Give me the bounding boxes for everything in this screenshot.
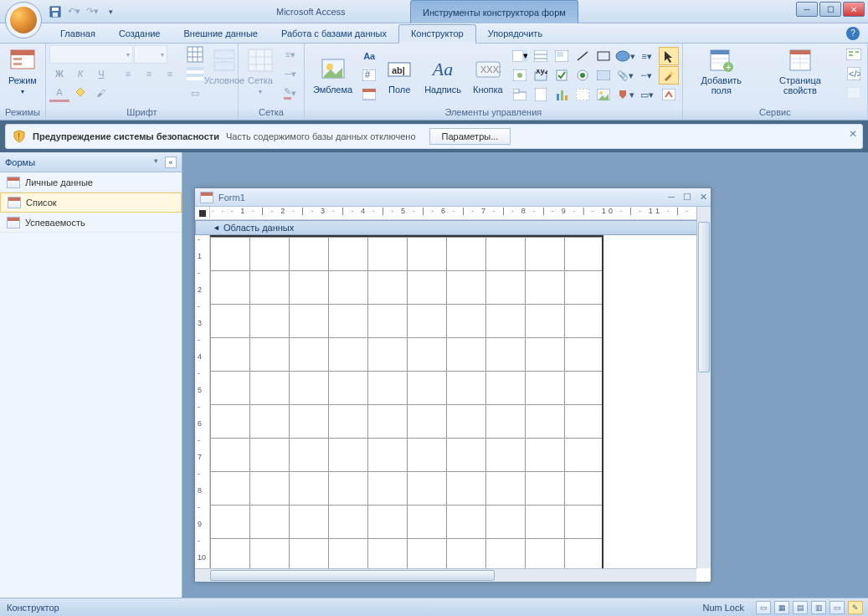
- vertical-ruler[interactable]: -1-2-3-4-5-6-7-8-9-10: [195, 235, 210, 570]
- date-time-icon[interactable]: [359, 85, 379, 104]
- bold-icon[interactable]: Ж: [49, 64, 69, 83]
- form-designer-window: Form1 ─ ☐ ✕ · · · 1 · | · 2 · | · 3 · | …: [194, 187, 711, 583]
- grid-style-icon[interactable]: ─▾: [280, 64, 300, 83]
- rectangle-icon[interactable]: [593, 47, 614, 65]
- line-type-icon[interactable]: ┄▾: [637, 66, 657, 85]
- tab-create[interactable]: Создание: [107, 25, 172, 43]
- italic-icon[interactable]: К: [70, 64, 90, 83]
- grid-button[interactable]: Сетка▾: [242, 45, 279, 99]
- grid-color-icon[interactable]: ✎▾: [280, 84, 300, 102]
- view-datasheet-icon[interactable]: ▦: [774, 601, 789, 614]
- align-left-icon[interactable]: ≡: [118, 64, 138, 83]
- fill-color-icon[interactable]: [70, 84, 90, 102]
- horizontal-ruler[interactable]: · · · 1 · | · 2 · | · 3 · | · 4 · | · 5 …: [210, 207, 711, 220]
- tab-control-icon[interactable]: [510, 85, 530, 104]
- nav-item[interactable]: Успеваемость: [0, 213, 182, 233]
- command-button[interactable]: XXXX Кнопка: [468, 54, 508, 96]
- grid-width-icon[interactable]: ≡▾: [280, 45, 300, 64]
- status-mode: Конструктор: [7, 603, 59, 613]
- detail-section-header[interactable]: ◄Область данных: [195, 220, 711, 235]
- undo-icon[interactable]: ↶▾: [67, 5, 80, 18]
- font-color-icon[interactable]: A: [49, 84, 69, 102]
- option-button-icon[interactable]: [573, 66, 593, 85]
- title-icon[interactable]: Aa: [359, 47, 379, 65]
- security-options-button[interactable]: Параметры...: [429, 128, 511, 145]
- nav-pane-header[interactable]: Формы ▾ «: [0, 152, 182, 172]
- nav-item[interactable]: Личные данные: [0, 172, 182, 192]
- form-close-icon[interactable]: ✕: [700, 192, 707, 203]
- maximize-button[interactable]: ☐: [819, 2, 841, 17]
- special-effect-icon[interactable]: ▭▾: [637, 85, 657, 104]
- attach-icon[interactable]: 📎▾: [615, 66, 635, 85]
- combo-box-icon[interactable]: ▾: [510, 47, 530, 65]
- view-pivotchart-icon[interactable]: ▥: [811, 601, 826, 614]
- font-name-combo[interactable]: ▾: [49, 45, 133, 64]
- format-painter-icon[interactable]: 🖌: [91, 84, 111, 102]
- tab-database-tools[interactable]: Работа с базами данных: [270, 25, 398, 43]
- activex-controls-icon[interactable]: [659, 85, 679, 104]
- nav-collapse-icon[interactable]: «: [165, 157, 177, 168]
- convert-macros-icon[interactable]: [844, 84, 864, 102]
- property-sheet-button[interactable]: Страница свойств: [758, 45, 842, 97]
- horizontal-scrollbar[interactable]: [195, 568, 696, 582]
- insert-page-icon[interactable]: [531, 85, 551, 104]
- alt-row-color-icon[interactable]: [185, 64, 205, 83]
- form-minimize-icon[interactable]: ─: [668, 192, 675, 203]
- office-button[interactable]: [5, 2, 42, 38]
- view-form-icon[interactable]: ▭: [756, 601, 771, 614]
- align-right-icon[interactable]: ≡: [160, 64, 180, 83]
- gridlines-icon[interactable]: [185, 45, 205, 64]
- font-size-combo[interactable]: ▾: [134, 45, 167, 64]
- minimize-button[interactable]: ─: [796, 2, 818, 17]
- checkbox-icon[interactable]: [552, 66, 572, 85]
- line-color-icon[interactable]: ▭: [185, 84, 205, 102]
- view-layout-icon[interactable]: ▭: [829, 601, 845, 614]
- line-icon[interactable]: [573, 47, 593, 65]
- nav-filter-dropdown-icon[interactable]: ▾: [154, 157, 158, 165]
- view-mode-button[interactable]: Режим▾: [3, 45, 42, 99]
- svg-rect-61: [662, 89, 675, 100]
- security-close-icon[interactable]: ✕: [849, 128, 857, 140]
- save-icon[interactable]: [49, 5, 62, 18]
- help-icon[interactable]: ?: [846, 27, 860, 40]
- page-numbers-icon[interactable]: #: [359, 66, 379, 85]
- chart-icon[interactable]: [552, 85, 572, 104]
- form-design-grid[interactable]: [210, 235, 711, 570]
- form-window-titlebar[interactable]: Form1 ─ ☐ ✕: [195, 188, 711, 207]
- tab-arrange[interactable]: Упорядочить: [476, 25, 554, 43]
- tab-home[interactable]: Главная: [49, 25, 107, 43]
- tab-external-data[interactable]: Внешние данные: [172, 25, 270, 43]
- control-wizards-icon[interactable]: [659, 66, 679, 85]
- view-pivottable-icon[interactable]: ▤: [793, 601, 808, 614]
- align-center-icon[interactable]: ≡: [139, 64, 159, 83]
- textbox-button[interactable]: ab| Поле: [381, 54, 418, 96]
- underline-icon[interactable]: Ч: [91, 64, 111, 83]
- list-box-icon[interactable]: [531, 47, 551, 65]
- line-thickness-icon[interactable]: ≡▾: [637, 47, 657, 65]
- add-fields-button[interactable]: + Добавить поля: [686, 45, 757, 97]
- code-icon[interactable]: </>: [844, 64, 864, 83]
- label-button[interactable]: Aa Надпись: [419, 54, 466, 96]
- unbound-object-frame-icon[interactable]: [573, 85, 593, 104]
- form-selector[interactable]: [195, 207, 210, 220]
- vertical-scrollbar[interactable]: [696, 207, 711, 568]
- qat-customize-icon[interactable]: ▾: [104, 5, 117, 18]
- insert-hyperlink-icon[interactable]: ▾: [615, 47, 635, 65]
- tab-designer[interactable]: Конструктор: [398, 24, 476, 44]
- svg-rect-16: [214, 50, 234, 59]
- option-group-icon[interactable]: xyz: [531, 66, 551, 85]
- bound-object-frame-icon[interactable]: [510, 66, 530, 85]
- toggle-button-icon[interactable]: [593, 66, 614, 85]
- close-button[interactable]: ✕: [843, 2, 865, 17]
- emblem-button[interactable]: Эмблема: [308, 54, 357, 96]
- nav-item[interactable]: Список: [0, 192, 182, 213]
- tab-order-icon[interactable]: [844, 45, 864, 64]
- select-pointer-icon[interactable]: [659, 47, 679, 65]
- form-maximize-icon[interactable]: ☐: [683, 192, 691, 203]
- conditional-formatting-button[interactable]: Условное: [207, 45, 242, 87]
- redo-icon[interactable]: ↷▾: [85, 5, 99, 18]
- view-design-icon[interactable]: ✎: [848, 601, 863, 614]
- image-icon[interactable]: [593, 85, 614, 104]
- more-controls-icon[interactable]: ▾: [615, 85, 635, 104]
- subform-icon[interactable]: [552, 47, 572, 65]
